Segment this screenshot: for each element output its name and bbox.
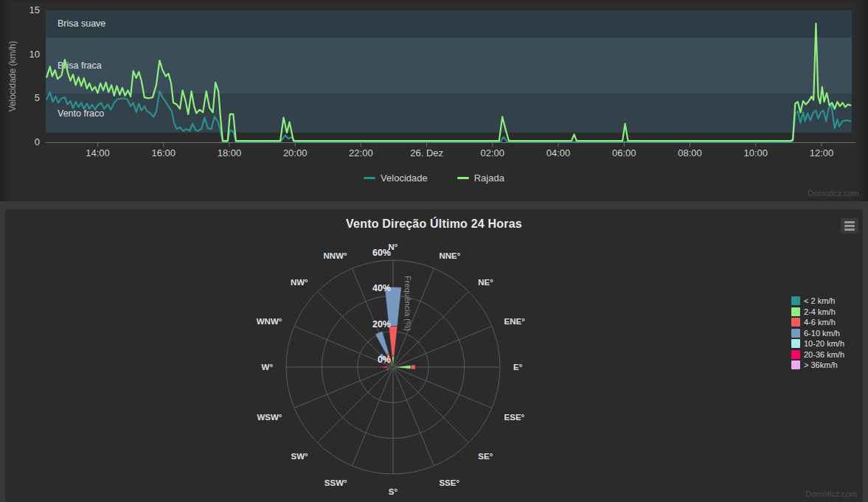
wind-rose-legend: < 2 km/h2-4 km/h4-6 km/h6-10 km/h10-20 k…	[791, 296, 844, 372]
speed-chart-legend: VelocidadeRajada	[0, 172, 868, 184]
compass-label-nne: NNE°	[439, 251, 460, 260]
y-tick-label: 10	[29, 49, 40, 60]
windrose-petal-w-2036kmh[interactable]	[383, 366, 384, 368]
rose-legend-item-2-4-km-h[interactable]: 2-4 km/h	[791, 307, 844, 316]
polar-grid-spoke	[353, 367, 393, 466]
compass-label-wsw: WSW°	[257, 413, 282, 422]
legend-swatch	[791, 296, 800, 305]
legend-item-velocidade[interactable]: Velocidade	[364, 172, 428, 184]
rose-legend-item-20-36-km-h[interactable]: 20-36 km/h	[791, 350, 844, 359]
rose-legend-item--2-km-h[interactable]: < 2 km/h	[791, 296, 844, 305]
radial-tick-label: 40%	[372, 283, 391, 293]
legend-swatch	[791, 318, 800, 327]
y-tick-label: 15	[29, 4, 40, 15]
y-tick-label: 5	[35, 92, 40, 103]
y-axis-title: Velocidade (km/h)	[7, 41, 18, 111]
x-tick-label: 10:00	[743, 147, 768, 158]
polar-grid-spoke	[393, 327, 492, 367]
windrose-petal-e-46kmh[interactable]	[411, 365, 415, 369]
plot-band-label: Vento fraco	[58, 108, 104, 119]
x-tick-label: 22:00	[349, 147, 373, 158]
polar-grid-spoke	[393, 268, 434, 367]
plot-band	[46, 38, 852, 94]
x-tick-label: 04:00	[546, 147, 571, 158]
legend-label: < 2 km/h	[804, 296, 836, 305]
x-tick-label: 26. Dez	[410, 147, 443, 158]
legend-swatch	[791, 307, 800, 316]
legend-swatch	[791, 350, 800, 359]
legend-label: 10-20 km/h	[804, 339, 844, 348]
rose-legend-item--36km-h[interactable]: > 36km/h	[791, 360, 844, 369]
compass-label-ese: ESE°	[504, 413, 525, 422]
plot-band-label: Brisa suave	[58, 18, 105, 29]
x-tick-label: 18:00	[218, 147, 242, 158]
compass-label-nnw: NNW°	[324, 251, 347, 260]
y-tick-label: 0	[35, 136, 40, 147]
plot-band	[46, 10, 852, 38]
polar-grid-spoke	[393, 367, 434, 466]
polar-grid-spoke	[393, 367, 492, 408]
legend-label: 4-6 km/h	[804, 318, 836, 327]
compass-label-sse: SSE°	[439, 478, 459, 487]
compass-label-ne: NE°	[478, 278, 493, 287]
plot-band	[46, 94, 852, 133]
legend-swatch	[791, 339, 800, 348]
x-tick-label: 14:00	[86, 147, 110, 158]
legend-item-rajada[interactable]: Rajada	[457, 172, 504, 184]
x-tick-label: 20:00	[283, 147, 308, 158]
compass-label-se: SE°	[478, 452, 493, 461]
wind-rose-plot: Frequência (%)0%20%40%60%N°NNE°NE°ENE°E°…	[5, 209, 863, 502]
legend-label: 2-4 km/h	[804, 307, 836, 316]
radial-tick-label: 0%	[378, 355, 391, 365]
x-tick-label: 12:00	[810, 147, 834, 158]
domoticz-page: Vento fracoBrisa fracaBrisa suaveVelocid…	[0, 0, 868, 502]
legend-swatch	[791, 360, 800, 369]
polar-grid-spoke	[294, 367, 393, 408]
wind-speed-plot: Vento fracoBrisa fracaBrisa suaveVelocid…	[0, 0, 868, 201]
legend-label: > 36km/h	[804, 360, 838, 369]
legend-label: Rajada	[474, 172, 504, 184]
domoticz-watermark: Domoticz.com	[808, 189, 859, 198]
polar-grid-spoke	[317, 367, 393, 443]
x-tick-label: 06:00	[612, 147, 636, 158]
legend-label: 20-36 km/h	[804, 350, 844, 359]
rose-legend-item-10-20-km-h[interactable]: 10-20 km/h	[791, 339, 844, 348]
rose-legend-item-4-6-km-h[interactable]: 4-6 km/h	[791, 318, 844, 327]
compass-label-w: W°	[262, 363, 274, 372]
polar-grid-spoke	[393, 367, 469, 443]
compass-label-s: S°	[389, 487, 398, 496]
x-tick-label: 02:00	[481, 147, 505, 158]
legend-label: Velocidade	[381, 172, 428, 184]
domoticz-watermark: Domoticz.com	[805, 489, 857, 498]
compass-label-sw: SW°	[291, 452, 309, 461]
radial-tick-label: 20%	[372, 319, 391, 330]
legend-swatch	[791, 329, 800, 338]
compass-label-ene: ENE°	[504, 317, 526, 326]
rose-legend-item-6-10-km-h[interactable]: 6-10 km/h	[791, 329, 844, 338]
radial-axis-title: Frequência (%)	[403, 276, 412, 331]
x-tick-label: 16:00	[151, 147, 176, 158]
legend-label: 6-10 km/h	[804, 329, 840, 338]
x-tick-label: 08:00	[678, 147, 702, 158]
compass-label-ssw: SSW°	[324, 478, 347, 487]
compass-label-wnw: WNW°	[257, 317, 282, 326]
legend-marker	[364, 177, 375, 179]
legend-marker	[457, 177, 469, 179]
windrose-petal-n-46kmh[interactable]	[389, 326, 397, 356]
compass-label-nw: NW°	[291, 278, 308, 287]
compass-label-n: N°	[389, 243, 398, 251]
wind-rose-panel: Vento Direção Último 24 Horas Frequência…	[5, 209, 863, 502]
compass-label-e: E°	[513, 363, 523, 372]
windrose-petal-wsw-46kmh[interactable]	[386, 368, 390, 370]
wind-speed-chart-panel: Vento fracoBrisa fracaBrisa suaveVelocid…	[0, 0, 868, 201]
